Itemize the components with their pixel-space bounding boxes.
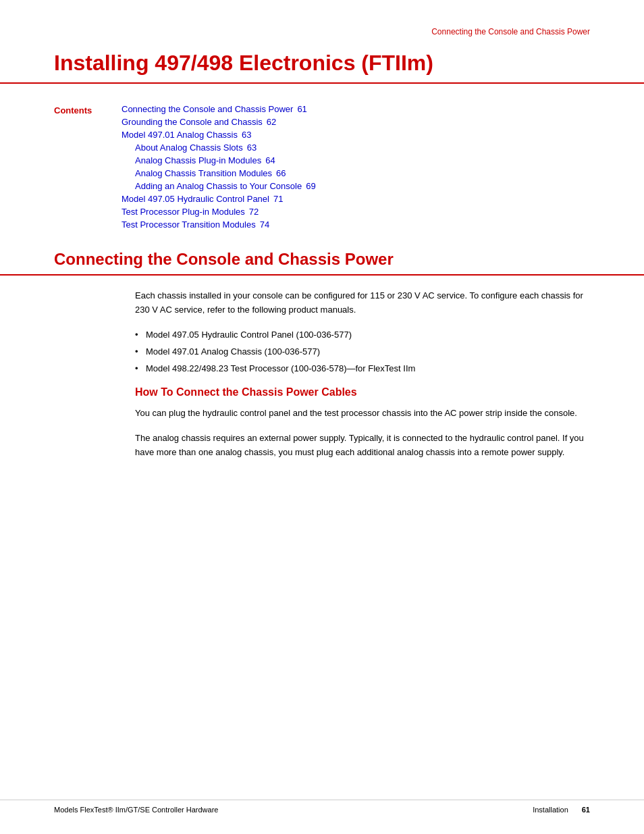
- bullet-item: Model 497.05 Hydraulic Control Panel (10…: [135, 328, 590, 342]
- running-title-text: Connecting the Console and Chassis Power: [431, 27, 590, 36]
- section1-heading: Connecting the Console and Chassis Power: [54, 250, 590, 274]
- footer: Models FlexTest® IIm/GT/SE Controller Ha…: [0, 800, 644, 814]
- chapter-title: Installing 497/498 Electronics (FTIIm): [54, 50, 590, 82]
- contents-item[interactable]: Grounding the Console and Chassis62: [122, 117, 316, 127]
- bullet-item: Model 498.22/498.23 Test Processor (100-…: [135, 362, 590, 376]
- contents-item[interactable]: Analog Chassis Plug-in Modules64: [122, 155, 316, 165]
- contents-item[interactable]: Test Processor Transition Modules74: [122, 219, 316, 230]
- page: Connecting the Console and Chassis Power…: [0, 0, 644, 834]
- section1-content: Each chassis installed in your console c…: [0, 289, 644, 459]
- footer-section-label: Installation: [533, 806, 568, 814]
- contents-item[interactable]: Analog Chassis Transition Modules66: [122, 168, 316, 178]
- bullet-item: Model 497.01 Analog Chassis (100-036-577…: [135, 345, 590, 359]
- footer-left-text: Models FlexTest® IIm/GT/SE Controller Ha…: [54, 806, 218, 814]
- sub-section-heading: How To Connect the Chassis Power Cables: [135, 386, 590, 398]
- footer-right: Installation 61: [533, 806, 590, 814]
- running-header: Connecting the Console and Chassis Power: [0, 0, 644, 43]
- contents-item[interactable]: About Analog Chassis Slots63: [122, 142, 316, 153]
- contents-item[interactable]: Test Processor Plug-in Modules72: [122, 207, 316, 217]
- section1-para1: You can plug the hydraulic control panel…: [135, 407, 590, 421]
- section1-heading-container: Connecting the Console and Chassis Power: [0, 243, 644, 276]
- contents-item[interactable]: Connecting the Console and Chassis Power…: [122, 104, 316, 114]
- chapter-title-section: Installing 497/498 Electronics (FTIIm): [0, 43, 644, 84]
- contents-section: Contents Connecting the Console and Chas…: [0, 97, 644, 243]
- contents-table: Contents Connecting the Console and Chas…: [54, 104, 590, 230]
- contents-label: Contents: [54, 104, 108, 230]
- footer-page-number: 61: [582, 806, 590, 814]
- contents-item[interactable]: Adding an Analog Chassis to Your Console…: [122, 181, 316, 191]
- contents-list: Connecting the Console and Chassis Power…: [122, 104, 316, 230]
- section1-intro: Each chassis installed in your console c…: [135, 289, 590, 317]
- contents-item[interactable]: Model 497.01 Analog Chassis63: [122, 130, 316, 140]
- contents-item[interactable]: Model 497.05 Hydraulic Control Panel71: [122, 194, 316, 204]
- section1-para2: The analog chassis requires an external …: [135, 432, 590, 460]
- section1-bullet-list: Model 497.05 Hydraulic Control Panel (10…: [135, 328, 590, 375]
